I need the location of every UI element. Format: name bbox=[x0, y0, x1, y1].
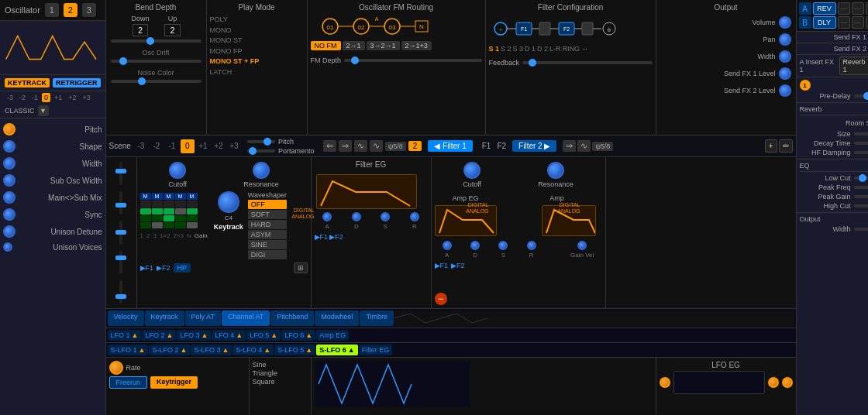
mode-latch[interactable]: LATCH bbox=[210, 67, 304, 78]
mod-poly-at[interactable]: Poly AT bbox=[185, 310, 221, 326]
scene-zero[interactable]: 0 bbox=[181, 139, 195, 153]
decay-slider[interactable] bbox=[854, 142, 868, 145]
feedback-arrows[interactable]: ↔ bbox=[581, 45, 588, 53]
bend-down-value[interactable]: 2 bbox=[133, 24, 148, 36]
slfo4-btn[interactable]: S-LFO 4 ▲ bbox=[232, 345, 274, 355]
semi-minus2[interactable]: -2 bbox=[17, 93, 28, 102]
mode-poly[interactable]: POLY bbox=[210, 15, 304, 26]
filter2-arrow[interactable]: ⇒ bbox=[563, 140, 576, 152]
fx-width-slider[interactable] bbox=[854, 228, 868, 231]
lfo4-btn[interactable]: LFO 4 ▲ bbox=[212, 330, 246, 341]
ring-label[interactable]: RING bbox=[563, 45, 580, 53]
width-knob[interactable] bbox=[3, 157, 16, 170]
d2-label[interactable]: D 2 bbox=[537, 45, 548, 53]
scene-vert-1[interactable] bbox=[119, 162, 122, 185]
semi-minus1[interactable]: -1 bbox=[29, 93, 40, 102]
f1-f2-btn1[interactable]: ▶F1 bbox=[140, 264, 154, 272]
mode-mono[interactable]: MONO bbox=[210, 26, 304, 36]
mod-pitchbend[interactable]: Pitchbend bbox=[270, 310, 314, 326]
amp-eg-d-knob[interactable] bbox=[470, 241, 480, 250]
mode-mono-st[interactable]: MONO ST bbox=[210, 36, 304, 46]
scene-minus2[interactable]: -2 bbox=[150, 139, 164, 153]
route-2-1[interactable]: 2→1 bbox=[343, 41, 365, 50]
unison-voices-knob[interactable] bbox=[3, 242, 12, 252]
keytrack-knob[interactable] bbox=[218, 191, 239, 213]
amp-eg-s-knob[interactable] bbox=[498, 241, 508, 250]
dly-box[interactable]: DLY bbox=[813, 16, 836, 29]
m2-top[interactable]: M bbox=[152, 193, 163, 200]
hp-button[interactable]: HP bbox=[174, 263, 191, 273]
bend-up-value[interactable]: 2 bbox=[164, 24, 180, 36]
scene-wave[interactable]: ∿ bbox=[354, 140, 367, 152]
scene-plus3[interactable]: +3 bbox=[227, 139, 241, 153]
osc-drift-handle[interactable] bbox=[119, 57, 127, 65]
vert-handle-5[interactable] bbox=[115, 294, 126, 299]
ws-hard[interactable]: HARD bbox=[248, 220, 287, 229]
mod-timbre[interactable]: Timbre bbox=[360, 310, 394, 326]
freerun-btn[interactable]: Freerun bbox=[109, 376, 148, 389]
lfo3-btn[interactable]: LFO 3 ▲ bbox=[177, 330, 211, 341]
m3-top[interactable]: M bbox=[164, 193, 174, 200]
width-knob-out[interactable] bbox=[779, 50, 791, 63]
unison-detune-knob[interactable] bbox=[3, 225, 16, 238]
mode-mono-st-fp[interactable]: MONO ST + FP bbox=[210, 57, 304, 67]
osc-num-1[interactable]: 1 bbox=[45, 3, 59, 17]
main-sub-knob[interactable] bbox=[3, 191, 16, 204]
sync-knob[interactable] bbox=[3, 208, 16, 221]
pre-delay-handle[interactable] bbox=[863, 92, 868, 100]
ws-off[interactable]: OFF bbox=[248, 200, 287, 209]
route-2-1-3[interactable]: 2→1+3 bbox=[401, 41, 432, 50]
lfo1-btn[interactable]: LFO 1 ▲ bbox=[108, 330, 142, 341]
filter2-f1-btn[interactable]: ▶F1 bbox=[435, 262, 449, 269]
semi-zero[interactable]: 0 bbox=[42, 93, 50, 102]
scene-minus3[interactable]: -3 bbox=[134, 139, 148, 153]
scene-wave2[interactable]: ∿ bbox=[370, 140, 383, 152]
slfo2-btn[interactable]: S-LFO 2 ▲ bbox=[149, 345, 190, 355]
fx-empty-6[interactable]: — bbox=[866, 16, 868, 29]
vert-handle-4[interactable] bbox=[115, 256, 126, 260]
s1-button[interactable]: S 1 bbox=[489, 45, 500, 53]
insert-fx-value[interactable]: Reverb 1 bbox=[839, 57, 868, 75]
lr-label[interactable]: L-R bbox=[549, 45, 561, 53]
keytrack-tag[interactable]: KEYTRACK bbox=[5, 78, 50, 87]
shape-knob[interactable] bbox=[3, 140, 16, 153]
pre-delay-knob[interactable]: 1 bbox=[800, 80, 811, 91]
gain-vel-knob[interactable] bbox=[577, 241, 587, 250]
peak-gain-slider[interactable] bbox=[854, 195, 868, 198]
pitch-knob[interactable] bbox=[3, 123, 16, 135]
semi-plus2[interactable]: +2 bbox=[66, 93, 78, 102]
m5-top[interactable]: M bbox=[187, 193, 198, 200]
scene-plus1[interactable]: +1 bbox=[196, 139, 210, 153]
slfo5-btn[interactable]: S-LFO 5 ▲ bbox=[274, 345, 315, 355]
hf-slider[interactable] bbox=[854, 151, 868, 154]
f1-f2-btn2[interactable]: ▶F2 bbox=[157, 264, 170, 272]
keytrigger-btn[interactable]: Keytrigger bbox=[150, 376, 198, 389]
f1-btn[interactable]: ▶F1 bbox=[315, 233, 329, 241]
amp-eg-btn[interactable]: Amp EG bbox=[316, 330, 349, 341]
vert-handle-3[interactable] bbox=[115, 230, 126, 235]
add-button[interactable]: + bbox=[765, 139, 777, 153]
send-fx2-knob[interactable] bbox=[779, 84, 791, 97]
osc-num-2[interactable]: 2 bbox=[64, 3, 78, 17]
filter2-wave[interactable]: ∿ bbox=[577, 140, 591, 152]
bend-slider-handle[interactable] bbox=[146, 37, 154, 45]
low-cut-handle[interactable] bbox=[859, 174, 866, 182]
scene-minus1[interactable]: -1 bbox=[165, 139, 179, 153]
send-fx1-knob[interactable] bbox=[779, 67, 791, 80]
route-no-fm[interactable]: NO FM bbox=[311, 41, 341, 50]
slfo6-btn-active[interactable]: S-LFO 6 ▲ bbox=[316, 345, 357, 355]
route-3-2-1[interactable]: 3→2→1 bbox=[367, 41, 400, 50]
s2-label[interactable]: S 2 bbox=[501, 45, 512, 53]
sub-osc-knob[interactable] bbox=[3, 174, 16, 187]
fx-empty-3[interactable]: — bbox=[866, 2, 868, 15]
scene-vert-4[interactable] bbox=[119, 251, 122, 274]
mod-channel-at[interactable]: Channel AT bbox=[222, 310, 270, 326]
scene-vert-3[interactable] bbox=[119, 221, 122, 244]
filter2-tab[interactable]: Filter 2 ▶ bbox=[512, 140, 556, 152]
slfo3-btn[interactable]: S-LFO 3 ▲ bbox=[191, 345, 232, 355]
fm-depth-handle[interactable] bbox=[351, 57, 359, 64]
filter2-minus-btn[interactable]: − bbox=[435, 293, 447, 305]
scene-vert-2[interactable] bbox=[119, 191, 122, 214]
eg-s-knob[interactable] bbox=[381, 212, 390, 221]
lfo2-btn[interactable]: LFO 2 ▲ bbox=[142, 330, 176, 341]
